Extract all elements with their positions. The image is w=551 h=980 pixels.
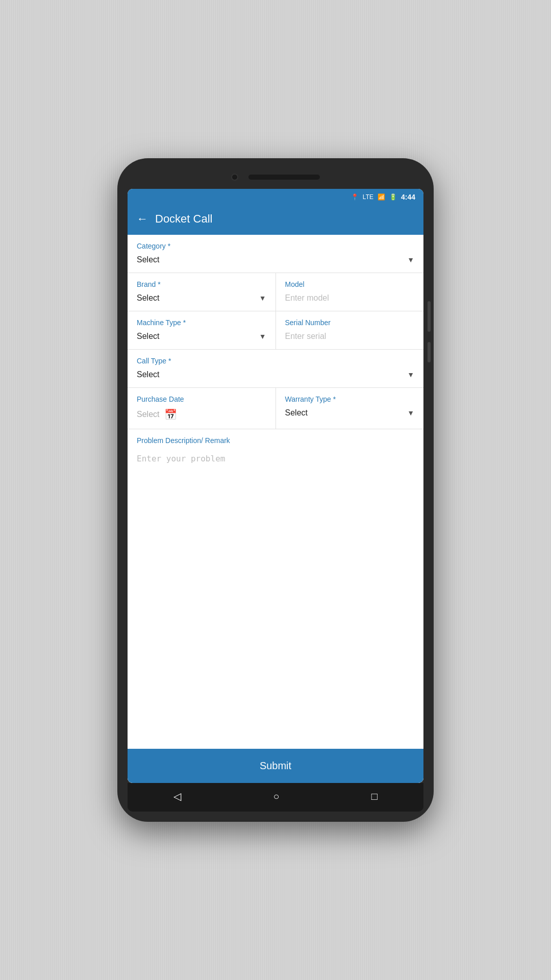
side-button-2 <box>428 342 431 362</box>
location-icon: 📍 <box>351 193 359 201</box>
machinetype-cell: Machine Type * Select ▼ <box>128 311 276 349</box>
category-value: Select <box>137 255 159 264</box>
status-bar: 📍 LTE 📶 🔋 4:44 <box>128 189 423 205</box>
status-time: 4:44 <box>401 193 415 201</box>
back-button[interactable]: ← <box>137 212 148 226</box>
signal-icon: 📶 <box>378 193 385 201</box>
purchasedate-label: Purchase Date <box>137 395 266 403</box>
nav-back-button[interactable]: ◁ <box>173 790 181 802</box>
calendar-icon: 📅 <box>164 408 177 421</box>
warrantytype-chevron-icon: ▼ <box>407 409 414 417</box>
lte-icon: LTE <box>363 193 373 201</box>
purchasedate-cell: Purchase Date Select 📅 <box>128 388 276 429</box>
bottom-nav: ◁ ○ □ <box>128 783 423 812</box>
warrantytype-select[interactable]: Select ▼ <box>285 408 415 418</box>
warrantytype-value: Select <box>285 408 308 418</box>
model-input[interactable] <box>285 293 415 303</box>
brand-value: Select <box>137 293 159 303</box>
app-header: ← Docket Call <box>128 205 423 235</box>
calltype-value: Select <box>137 370 159 379</box>
warrantytype-cell: Warranty Type * Select ▼ <box>276 388 424 429</box>
machinetype-label: Machine Type * <box>137 318 266 327</box>
date-warranty-row: Purchase Date Select 📅 Warranty Type * S… <box>128 388 423 429</box>
category-select[interactable]: Select ▼ <box>137 255 414 264</box>
brand-model-row: Brand * Select ▼ Model <box>128 273 423 311</box>
problem-section: Problem Description/ Remark <box>128 429 423 749</box>
nav-home-button[interactable]: ○ <box>273 791 279 802</box>
serial-input[interactable] <box>285 332 415 341</box>
model-label: Model <box>285 280 415 288</box>
category-section: Category * Select ▼ <box>128 235 423 273</box>
serial-cell: Serial Number <box>276 311 424 349</box>
phone-top-bar <box>128 168 423 189</box>
calltype-chevron-icon: ▼ <box>407 371 414 379</box>
problem-label: Problem Description/ Remark <box>137 436 414 445</box>
category-chevron-icon: ▼ <box>407 256 414 264</box>
serial-label: Serial Number <box>285 318 415 327</box>
machinetype-select[interactable]: Select ▼ <box>137 332 266 341</box>
phone-screen: 📍 LTE 📶 🔋 4:44 ← Docket Call Category * … <box>128 189 423 783</box>
machinetype-chevron-icon: ▼ <box>259 332 266 340</box>
brand-select[interactable]: Select ▼ <box>137 293 266 303</box>
warrantytype-label: Warranty Type * <box>285 395 415 403</box>
page-title: Docket Call <box>155 212 212 226</box>
phone-frame: 📍 LTE 📶 🔋 4:44 ← Docket Call Category * … <box>117 158 434 822</box>
side-button-1 <box>428 301 431 332</box>
problem-input[interactable] <box>137 454 414 484</box>
machinetype-serial-row: Machine Type * Select ▼ Serial Number <box>128 311 423 350</box>
brand-cell: Brand * Select ▼ <box>128 273 276 311</box>
calltype-section: Call Type * Select ▼ <box>128 350 423 388</box>
calltype-select[interactable]: Select ▼ <box>137 370 414 379</box>
submit-button[interactable]: Submit <box>128 749 423 783</box>
purchasedate-select[interactable]: Select 📅 <box>137 408 266 421</box>
front-camera <box>231 174 238 181</box>
battery-icon: 🔋 <box>389 193 397 201</box>
calltype-label: Call Type * <box>137 357 414 365</box>
nav-recent-button[interactable]: □ <box>371 791 378 802</box>
brand-chevron-icon: ▼ <box>259 294 266 302</box>
form-area: Category * Select ▼ Brand * Select ▼ Mod… <box>128 235 423 783</box>
model-cell: Model <box>276 273 424 311</box>
purchasedate-value: Select <box>137 410 159 419</box>
speaker <box>248 175 320 180</box>
category-label: Category * <box>137 242 414 250</box>
brand-label: Brand * <box>137 280 266 288</box>
machinetype-value: Select <box>137 332 159 341</box>
